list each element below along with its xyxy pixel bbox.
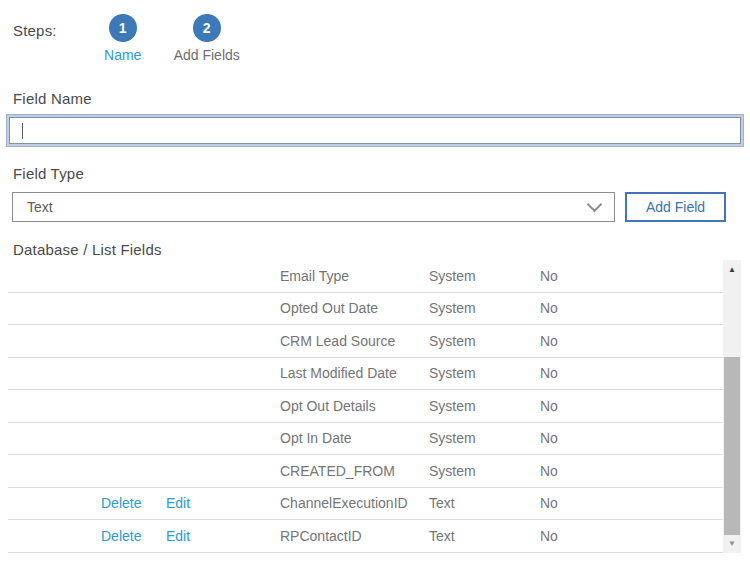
field-type-cell: System <box>429 463 540 479</box>
table-row: Delete Edit ChannelExecutionID Text No <box>8 488 723 521</box>
field-default-cell: No <box>540 495 723 511</box>
field-type-cell: System <box>429 430 540 446</box>
table-row: CREATED_FROM System No <box>8 455 723 488</box>
scroll-up-icon[interactable]: ▲ <box>723 262 741 277</box>
field-name-cell: Email Type <box>280 268 429 284</box>
field-name-cell: ChannelExecutionID <box>280 495 429 511</box>
field-name-label: Field Name <box>13 90 741 107</box>
field-type-cell: System <box>429 398 540 414</box>
field-type-cell: System <box>429 268 540 284</box>
step-2-circle[interactable]: 2 <box>193 14 221 42</box>
field-name-cell: CREATED_FROM <box>280 463 429 479</box>
table-row: CRM Lead Source System No <box>8 325 723 358</box>
field-type-cell: Text <box>429 528 540 544</box>
field-default-cell: No <box>540 300 723 316</box>
field-name-cell: Opt Out Details <box>280 398 429 414</box>
edit-link[interactable]: Edit <box>166 528 216 544</box>
field-type-label: Field Type <box>13 165 741 182</box>
text-caret <box>22 123 23 139</box>
delete-link[interactable]: Delete <box>101 495 166 511</box>
field-default-cell: No <box>540 268 723 284</box>
table-scrollbar[interactable]: ▲ ▼ <box>723 260 741 553</box>
table-row: Opt In Date System No <box>8 423 723 456</box>
table-row: Email Type System No <box>8 260 723 293</box>
fields-table-body: Email Type System No Opted Out Date Syst… <box>8 260 723 553</box>
field-default-cell: No <box>540 398 723 414</box>
step-2-label[interactable]: Add Fields <box>174 47 240 63</box>
field-name-cell: CRM Lead Source <box>280 333 429 349</box>
field-name-cell: Last Modified Date <box>280 365 429 381</box>
field-type-cell: System <box>429 300 540 316</box>
field-default-cell: No <box>540 333 723 349</box>
field-default-cell: No <box>540 528 723 544</box>
field-name-cell: Opted Out Date <box>280 300 429 316</box>
step-1-circle[interactable]: 1 <box>109 14 137 42</box>
steps-wizard: Steps: 1 Name 2 Add Fields <box>9 14 741 63</box>
field-default-cell: No <box>540 430 723 446</box>
scroll-down-icon[interactable]: ▼ <box>723 536 741 551</box>
field-name-focus-ring <box>6 114 744 147</box>
field-default-cell: No <box>540 463 723 479</box>
edit-link[interactable]: Edit <box>166 495 216 511</box>
table-row: Last Modified Date System No <box>8 358 723 391</box>
fields-table: Email Type System No Opted Out Date Syst… <box>8 260 741 553</box>
field-type-row: Text Add Field <box>12 192 726 222</box>
add-fields-panel: Steps: 1 Name 2 Add Fields Field Name Fi… <box>0 0 750 572</box>
chevron-down-icon <box>587 196 603 212</box>
field-type-cell: System <box>429 365 540 381</box>
db-list-fields-title: Database / List Fields <box>13 241 741 258</box>
field-type-cell: System <box>429 333 540 349</box>
table-row: Opted Out Date System No <box>8 293 723 326</box>
field-default-cell: No <box>540 365 723 381</box>
field-type-cell: Text <box>429 495 540 511</box>
steps-label: Steps: <box>13 22 57 39</box>
scrollbar-thumb[interactable] <box>724 357 740 535</box>
field-type-selected: Text <box>27 199 53 215</box>
step-add-fields[interactable]: 2 Add Fields <box>165 14 249 63</box>
step-1-label[interactable]: Name <box>104 47 141 63</box>
delete-link[interactable]: Delete <box>101 528 166 544</box>
field-type-select[interactable]: Text <box>12 192 615 222</box>
field-name-cell: RPContactID <box>280 528 429 544</box>
add-field-button[interactable]: Add Field <box>625 192 726 222</box>
table-row: Delete Edit RPContactID Text No <box>8 520 723 553</box>
field-name-cell: Opt In Date <box>280 430 429 446</box>
table-row: Opt Out Details System No <box>8 390 723 423</box>
field-name-input[interactable] <box>9 117 741 144</box>
step-name[interactable]: 1 Name <box>81 14 165 63</box>
